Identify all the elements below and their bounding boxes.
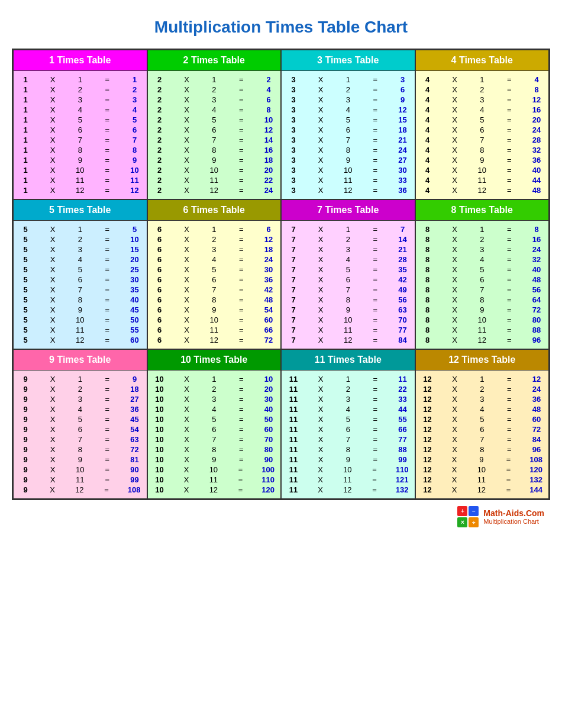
table-row: 7 X 8 = 56	[286, 295, 410, 305]
multiplier-val: 7	[342, 435, 354, 444]
multiplier-val: 10	[208, 315, 220, 324]
table-block-4: 4 Times Table 4 X 1 = 4 4 X 2 = 8 4 X 3 …	[415, 50, 550, 199]
result: 30	[397, 166, 409, 175]
table-row: 4 X 8 = 32	[421, 145, 544, 155]
equals-symbol: =	[503, 445, 515, 454]
table-row: 1 X 3 = 3	[18, 95, 142, 105]
multiplier-val: 12	[342, 336, 354, 344]
times-symbol: X	[181, 235, 193, 244]
result: 30	[263, 395, 274, 404]
table-row: 5 X 9 = 45	[18, 305, 142, 315]
table-row: 2 X 10 = 20	[153, 165, 276, 175]
multiplier-val: 6	[208, 425, 220, 434]
table-row: 12 X 2 = 24	[421, 384, 544, 394]
table-row: 7 X 6 = 42	[286, 275, 410, 285]
multiplier-val: 12	[476, 186, 488, 195]
equals-symbol: =	[235, 146, 247, 154]
equals-symbol: =	[101, 295, 113, 304]
equals-symbol: =	[101, 326, 113, 334]
times-symbol: X	[181, 455, 193, 464]
multiplier-val: 7	[208, 435, 220, 444]
result: 56	[531, 285, 542, 294]
multiplier-val: 4	[476, 405, 488, 414]
times-symbol: X	[449, 125, 461, 134]
multiplicand: 2	[154, 75, 166, 84]
equals-symbol: =	[235, 265, 247, 274]
result: 6	[263, 225, 274, 234]
times-symbol: X	[181, 435, 193, 444]
equals-symbol: =	[503, 395, 515, 404]
multiplicand: 8	[422, 285, 434, 294]
times-symbol: X	[315, 475, 327, 484]
multiplier-val: 8	[208, 146, 220, 154]
multiplicand: 8	[422, 235, 434, 244]
table-row: 6 X 5 = 30	[153, 265, 276, 275]
table-body-1: 1 X 1 = 1 1 X 2 = 2 1 X 3 = 3 1 X 4 = 4 …	[14, 71, 147, 199]
multiplicand: 3	[288, 125, 299, 134]
multiplier-val: 6	[476, 425, 488, 434]
multiplicand: 2	[154, 186, 166, 195]
times-symbol: X	[47, 385, 59, 394]
equals-symbol: =	[101, 455, 113, 464]
equals-symbol: =	[503, 136, 515, 144]
equals-symbol: =	[369, 326, 381, 334]
times-symbol: X	[47, 225, 59, 234]
result: 6	[129, 125, 141, 134]
multiplicand: 8	[422, 326, 434, 334]
multiplicand: 6	[154, 265, 166, 274]
result: 8	[129, 146, 141, 154]
multiplicand: 10	[154, 455, 166, 464]
table-row: 6 X 6 = 36	[153, 275, 276, 285]
result: 4	[531, 75, 542, 84]
times-symbol: X	[181, 186, 193, 195]
table-body-9: 9 X 1 = 9 9 X 2 = 18 9 X 3 = 27 9 X 4 = …	[14, 371, 147, 498]
multiplier-val: 5	[342, 115, 354, 124]
multiplier-val: 2	[74, 385, 86, 394]
result: 12	[263, 235, 274, 244]
result: 42	[397, 275, 409, 284]
table-row: 10 X 11 = 110	[153, 475, 276, 485]
table-row: 1 X 2 = 2	[18, 85, 142, 95]
table-row: 12 X 12 = 144	[421, 485, 544, 495]
times-symbol: X	[181, 255, 193, 264]
times-symbol: X	[315, 265, 327, 274]
multiplier-val: 4	[476, 105, 488, 114]
multiplicand: 4	[422, 125, 434, 134]
equals-symbol: =	[369, 455, 381, 464]
times-symbol: X	[181, 166, 193, 175]
times-symbol: X	[449, 166, 461, 175]
table-row: 7 X 5 = 35	[286, 265, 410, 275]
times-symbol: X	[315, 136, 327, 144]
times-symbol: X	[449, 255, 461, 264]
table-row: 3 X 12 = 36	[286, 185, 410, 195]
result: 4	[263, 85, 274, 94]
multiplicand: 10	[154, 375, 166, 384]
times-symbol: X	[449, 265, 461, 274]
table-row: 9 X 4 = 36	[18, 404, 142, 414]
multiplicand: 8	[422, 275, 434, 284]
multiplicand: 11	[288, 475, 299, 484]
result: 8	[531, 225, 542, 234]
result: 20	[531, 115, 542, 124]
table-row: 2 X 11 = 22	[153, 175, 276, 185]
equals-symbol: =	[503, 455, 515, 464]
equals-symbol: =	[369, 156, 381, 165]
multiplicand: 12	[422, 475, 434, 484]
multiplier-val: 4	[208, 255, 220, 264]
table-row: 11 X 2 = 22	[286, 384, 410, 394]
table-block-1: 1 Times Table 1 X 1 = 1 1 X 2 = 2 1 X 3 …	[13, 50, 147, 199]
equals-symbol: =	[503, 435, 515, 444]
table-row: 12 X 9 = 108	[421, 455, 544, 465]
multiplicand: 6	[154, 225, 166, 234]
table-row: 6 X 3 = 18	[153, 244, 276, 255]
table-row: 11 X 10 = 110	[286, 465, 410, 475]
table-row: 8 X 7 = 56	[421, 285, 544, 295]
equals-symbol: =	[369, 265, 381, 274]
multiplier-val: 9	[476, 156, 488, 165]
table-row: 7 X 12 = 84	[286, 335, 410, 345]
table-row: 11 X 7 = 77	[286, 434, 410, 444]
table-row: 12 X 10 = 120	[421, 465, 544, 475]
multiplier-val: 11	[342, 326, 354, 334]
equals-symbol: =	[503, 125, 515, 134]
table-row: 10 X 6 = 60	[153, 424, 276, 434]
